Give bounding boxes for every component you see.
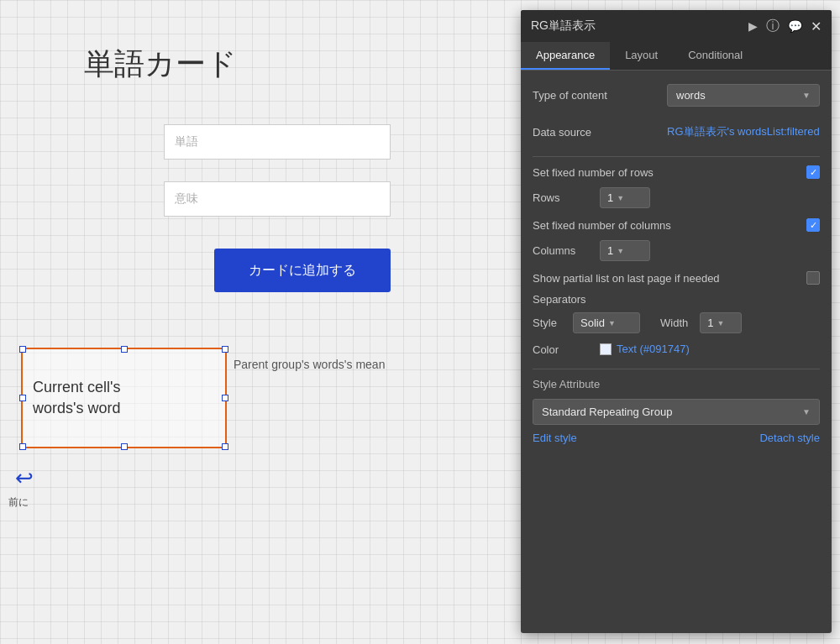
type-of-content-dropdown[interactable]: words ▼: [667, 84, 820, 107]
set-fixed-rows-label: Set fixed number of rows: [533, 166, 654, 179]
chevron-down-icon: ▼: [802, 407, 811, 416]
data-source-link[interactable]: RG単語表示's wordsList:filtered: [667, 125, 820, 138]
handle-ml: [19, 395, 26, 401]
back-label: 前に: [8, 495, 29, 510]
width-label: Width: [660, 317, 688, 329]
properties-panel: RG単語表示 ▶ ⓘ 💬 ✕ Appearance Layout Conditi…: [521, 10, 832, 633]
chevron-down-icon: ▼: [617, 194, 624, 202]
show-partial-row: Show partial list on last page if needed: [533, 271, 820, 285]
chevron-down-icon: ▼: [802, 91, 811, 100]
color-label: Color: [533, 343, 600, 356]
data-source-label: Data source: [533, 126, 667, 139]
data-source-row: Data source RG単語表示's wordsList:filtered: [533, 119, 820, 144]
handle-tc: [121, 346, 128, 353]
handle-br: [222, 443, 228, 450]
close-icon[interactable]: ✕: [811, 18, 822, 34]
chevron-down-icon: ▼: [617, 247, 624, 255]
rg-cell-text: Current cell's words's word: [33, 377, 120, 419]
comment-icon[interactable]: 💬: [788, 19, 802, 33]
set-fixed-columns-checkbox[interactable]: ✓: [806, 218, 820, 232]
panel-header-icons: ▶ ⓘ 💬 ✕: [748, 18, 822, 35]
parent-group-text: Parent group's words's mean: [234, 358, 402, 371]
panel-tabs: Appearance Layout Conditional: [521, 42, 832, 71]
columns-row: Columns 1 ▼: [533, 240, 820, 261]
word-input[interactable]: 単語: [164, 124, 391, 160]
divider-2: [533, 369, 820, 369]
type-of-content-row: Type of content words ▼: [533, 82, 820, 107]
info-icon[interactable]: ⓘ: [766, 18, 780, 35]
set-fixed-columns-label: Set fixed number of columns: [533, 219, 671, 232]
panel-header: RG単語表示 ▶ ⓘ 💬 ✕: [521, 10, 832, 42]
type-of-content-label: Type of content: [533, 89, 667, 102]
detach-style-link[interactable]: Detach style: [759, 432, 820, 444]
set-fixed-columns-row: Set fixed number of columns ✓: [533, 218, 820, 232]
color-row: Color Text (#091747): [533, 342, 820, 357]
style-dropdown[interactable]: Solid ▼: [573, 312, 640, 333]
panel-content: Type of content words ▼ Data source RG単語…: [521, 71, 832, 630]
canvas-title: 単語カード: [84, 44, 237, 85]
set-fixed-rows-checkbox[interactable]: ✓: [806, 165, 820, 179]
style-attribute-dropdown[interactable]: Standard Repeating Group ▼: [533, 399, 820, 425]
tab-layout[interactable]: Layout: [610, 42, 673, 70]
play-icon[interactable]: ▶: [748, 19, 758, 33]
style-actions: Edit style Detach style: [533, 432, 820, 444]
width-dropdown[interactable]: 1 ▼: [700, 312, 742, 333]
style-attribute-label: Style Attribute: [533, 378, 820, 390]
chevron-down-icon: ▼: [717, 319, 724, 327]
panel-title: RG単語表示: [531, 18, 596, 34]
tab-conditional[interactable]: Conditional: [673, 42, 758, 70]
handle-mr: [222, 395, 228, 401]
handle-tl: [19, 346, 26, 353]
color-value[interactable]: Text (#091747): [617, 342, 690, 357]
meaning-input[interactable]: 意味: [164, 181, 391, 217]
show-partial-label: Show partial list on last page if needed: [533, 272, 720, 285]
edit-style-link[interactable]: Edit style: [533, 432, 577, 444]
tab-appearance[interactable]: Appearance: [521, 42, 610, 70]
back-button[interactable]: ↩: [8, 462, 40, 494]
divider-1: [533, 156, 820, 157]
style-label: Style: [533, 317, 566, 329]
show-partial-checkbox[interactable]: [806, 271, 820, 285]
handle-bl: [19, 443, 26, 450]
rows-row: Rows 1 ▼: [533, 187, 820, 208]
columns-label: Columns: [533, 244, 600, 257]
rg-cell: Current cell's words's word: [21, 348, 227, 448]
separator-style-row: Style Solid ▼ Width 1 ▼: [533, 312, 820, 333]
separators-label: Separators: [533, 293, 820, 306]
rows-label: Rows: [533, 191, 600, 204]
data-source-value: RG単語表示's wordsList:filtered: [667, 123, 820, 139]
handle-tr: [222, 346, 228, 353]
rows-dropdown[interactable]: 1 ▼: [600, 187, 650, 208]
chevron-down-icon: ▼: [608, 319, 616, 327]
add-card-button[interactable]: カードに追加する: [214, 249, 391, 292]
type-of-content-value: words ▼: [667, 84, 820, 107]
color-swatch[interactable]: [600, 343, 612, 355]
set-fixed-rows-row: Set fixed number of rows ✓: [533, 165, 820, 179]
columns-dropdown[interactable]: 1 ▼: [600, 240, 650, 261]
handle-bc: [121, 443, 128, 450]
